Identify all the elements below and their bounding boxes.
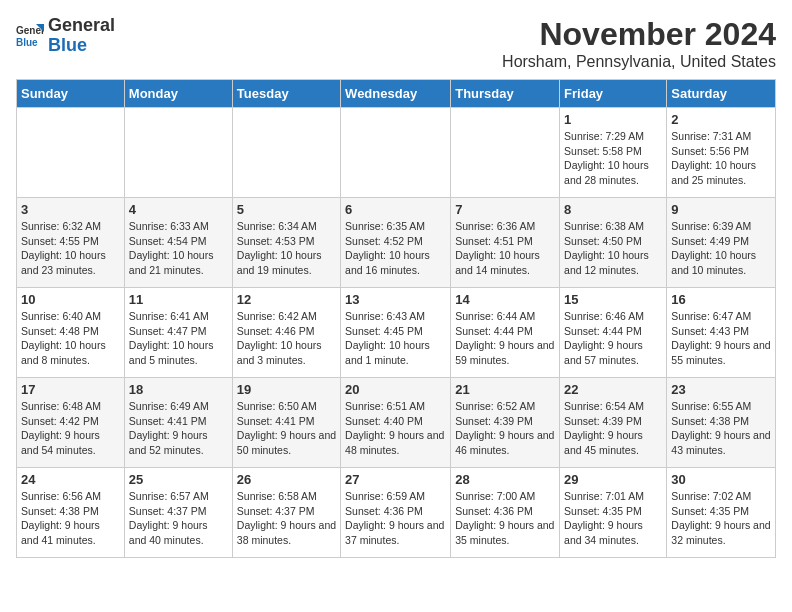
logo-blue-text: Blue: [48, 35, 87, 55]
day-number: 27: [345, 472, 446, 487]
day-number: 18: [129, 382, 228, 397]
day-cell: [341, 108, 451, 198]
day-info: Sunrise: 6:50 AM Sunset: 4:41 PM Dayligh…: [237, 399, 336, 458]
day-cell: 21Sunrise: 6:52 AM Sunset: 4:39 PM Dayli…: [451, 378, 560, 468]
day-info: Sunrise: 6:55 AM Sunset: 4:38 PM Dayligh…: [671, 399, 771, 458]
day-cell: 10Sunrise: 6:40 AM Sunset: 4:48 PM Dayli…: [17, 288, 125, 378]
logo: General Blue General Blue: [16, 16, 115, 56]
day-cell: 16Sunrise: 6:47 AM Sunset: 4:43 PM Dayli…: [667, 288, 776, 378]
day-number: 30: [671, 472, 771, 487]
day-number: 3: [21, 202, 120, 217]
day-info: Sunrise: 6:39 AM Sunset: 4:49 PM Dayligh…: [671, 219, 771, 278]
day-cell: 5Sunrise: 6:34 AM Sunset: 4:53 PM Daylig…: [232, 198, 340, 288]
logo-icon: General Blue: [16, 22, 44, 50]
day-cell: 8Sunrise: 6:38 AM Sunset: 4:50 PM Daylig…: [560, 198, 667, 288]
day-info: Sunrise: 6:33 AM Sunset: 4:54 PM Dayligh…: [129, 219, 228, 278]
day-cell: 2Sunrise: 7:31 AM Sunset: 5:56 PM Daylig…: [667, 108, 776, 198]
day-info: Sunrise: 6:54 AM Sunset: 4:39 PM Dayligh…: [564, 399, 662, 458]
day-cell: 27Sunrise: 6:59 AM Sunset: 4:36 PM Dayli…: [341, 468, 451, 558]
day-number: 20: [345, 382, 446, 397]
day-cell: [451, 108, 560, 198]
day-info: Sunrise: 7:01 AM Sunset: 4:35 PM Dayligh…: [564, 489, 662, 548]
day-info: Sunrise: 7:31 AM Sunset: 5:56 PM Dayligh…: [671, 129, 771, 188]
day-number: 5: [237, 202, 336, 217]
day-info: Sunrise: 6:34 AM Sunset: 4:53 PM Dayligh…: [237, 219, 336, 278]
weekday-header-tuesday: Tuesday: [232, 80, 340, 108]
day-number: 22: [564, 382, 662, 397]
svg-text:Blue: Blue: [16, 37, 38, 48]
day-info: Sunrise: 6:51 AM Sunset: 4:40 PM Dayligh…: [345, 399, 446, 458]
day-number: 23: [671, 382, 771, 397]
weekday-header-sunday: Sunday: [17, 80, 125, 108]
day-cell: 20Sunrise: 6:51 AM Sunset: 4:40 PM Dayli…: [341, 378, 451, 468]
day-number: 25: [129, 472, 228, 487]
day-info: Sunrise: 6:49 AM Sunset: 4:41 PM Dayligh…: [129, 399, 228, 458]
day-cell: 22Sunrise: 6:54 AM Sunset: 4:39 PM Dayli…: [560, 378, 667, 468]
day-info: Sunrise: 6:43 AM Sunset: 4:45 PM Dayligh…: [345, 309, 446, 368]
day-number: 10: [21, 292, 120, 307]
week-row-1: 3Sunrise: 6:32 AM Sunset: 4:55 PM Daylig…: [17, 198, 776, 288]
day-number: 8: [564, 202, 662, 217]
day-cell: 11Sunrise: 6:41 AM Sunset: 4:47 PM Dayli…: [124, 288, 232, 378]
day-number: 19: [237, 382, 336, 397]
day-cell: 24Sunrise: 6:56 AM Sunset: 4:38 PM Dayli…: [17, 468, 125, 558]
day-number: 7: [455, 202, 555, 217]
logo-general-text: General: [48, 15, 115, 35]
day-info: Sunrise: 6:58 AM Sunset: 4:37 PM Dayligh…: [237, 489, 336, 548]
day-number: 26: [237, 472, 336, 487]
day-cell: 23Sunrise: 6:55 AM Sunset: 4:38 PM Dayli…: [667, 378, 776, 468]
day-cell: 4Sunrise: 6:33 AM Sunset: 4:54 PM Daylig…: [124, 198, 232, 288]
day-info: Sunrise: 6:32 AM Sunset: 4:55 PM Dayligh…: [21, 219, 120, 278]
weekday-header-monday: Monday: [124, 80, 232, 108]
day-cell: 25Sunrise: 6:57 AM Sunset: 4:37 PM Dayli…: [124, 468, 232, 558]
day-number: 15: [564, 292, 662, 307]
day-number: 16: [671, 292, 771, 307]
day-cell: 19Sunrise: 6:50 AM Sunset: 4:41 PM Dayli…: [232, 378, 340, 468]
day-info: Sunrise: 7:29 AM Sunset: 5:58 PM Dayligh…: [564, 129, 662, 188]
day-number: 6: [345, 202, 446, 217]
day-cell: [124, 108, 232, 198]
day-info: Sunrise: 6:42 AM Sunset: 4:46 PM Dayligh…: [237, 309, 336, 368]
day-cell: 17Sunrise: 6:48 AM Sunset: 4:42 PM Dayli…: [17, 378, 125, 468]
day-info: Sunrise: 6:40 AM Sunset: 4:48 PM Dayligh…: [21, 309, 120, 368]
weekday-header-friday: Friday: [560, 80, 667, 108]
day-cell: 14Sunrise: 6:44 AM Sunset: 4:44 PM Dayli…: [451, 288, 560, 378]
day-info: Sunrise: 6:57 AM Sunset: 4:37 PM Dayligh…: [129, 489, 228, 548]
day-number: 21: [455, 382, 555, 397]
day-info: Sunrise: 6:38 AM Sunset: 4:50 PM Dayligh…: [564, 219, 662, 278]
weekday-header-saturday: Saturday: [667, 80, 776, 108]
day-number: 13: [345, 292, 446, 307]
day-number: 29: [564, 472, 662, 487]
day-number: 4: [129, 202, 228, 217]
day-info: Sunrise: 6:59 AM Sunset: 4:36 PM Dayligh…: [345, 489, 446, 548]
day-info: Sunrise: 7:02 AM Sunset: 4:35 PM Dayligh…: [671, 489, 771, 548]
day-cell: 28Sunrise: 7:00 AM Sunset: 4:36 PM Dayli…: [451, 468, 560, 558]
day-number: 14: [455, 292, 555, 307]
day-number: 11: [129, 292, 228, 307]
day-number: 2: [671, 112, 771, 127]
day-cell: 15Sunrise: 6:46 AM Sunset: 4:44 PM Dayli…: [560, 288, 667, 378]
day-cell: 9Sunrise: 6:39 AM Sunset: 4:49 PM Daylig…: [667, 198, 776, 288]
day-info: Sunrise: 6:46 AM Sunset: 4:44 PM Dayligh…: [564, 309, 662, 368]
week-row-2: 10Sunrise: 6:40 AM Sunset: 4:48 PM Dayli…: [17, 288, 776, 378]
day-number: 9: [671, 202, 771, 217]
day-info: Sunrise: 6:52 AM Sunset: 4:39 PM Dayligh…: [455, 399, 555, 458]
calendar-table: SundayMondayTuesdayWednesdayThursdayFrid…: [16, 79, 776, 558]
day-info: Sunrise: 6:36 AM Sunset: 4:51 PM Dayligh…: [455, 219, 555, 278]
day-cell: 12Sunrise: 6:42 AM Sunset: 4:46 PM Dayli…: [232, 288, 340, 378]
day-cell: 29Sunrise: 7:01 AM Sunset: 4:35 PM Dayli…: [560, 468, 667, 558]
day-number: 1: [564, 112, 662, 127]
weekday-header-thursday: Thursday: [451, 80, 560, 108]
day-number: 17: [21, 382, 120, 397]
day-cell: 26Sunrise: 6:58 AM Sunset: 4:37 PM Dayli…: [232, 468, 340, 558]
title-area: November 2024 Horsham, Pennsylvania, Uni…: [502, 16, 776, 71]
day-cell: 13Sunrise: 6:43 AM Sunset: 4:45 PM Dayli…: [341, 288, 451, 378]
week-row-4: 24Sunrise: 6:56 AM Sunset: 4:38 PM Dayli…: [17, 468, 776, 558]
day-cell: 30Sunrise: 7:02 AM Sunset: 4:35 PM Dayli…: [667, 468, 776, 558]
day-cell: 18Sunrise: 6:49 AM Sunset: 4:41 PM Dayli…: [124, 378, 232, 468]
day-info: Sunrise: 6:47 AM Sunset: 4:43 PM Dayligh…: [671, 309, 771, 368]
day-info: Sunrise: 6:56 AM Sunset: 4:38 PM Dayligh…: [21, 489, 120, 548]
day-cell: 7Sunrise: 6:36 AM Sunset: 4:51 PM Daylig…: [451, 198, 560, 288]
day-cell: [232, 108, 340, 198]
week-row-3: 17Sunrise: 6:48 AM Sunset: 4:42 PM Dayli…: [17, 378, 776, 468]
